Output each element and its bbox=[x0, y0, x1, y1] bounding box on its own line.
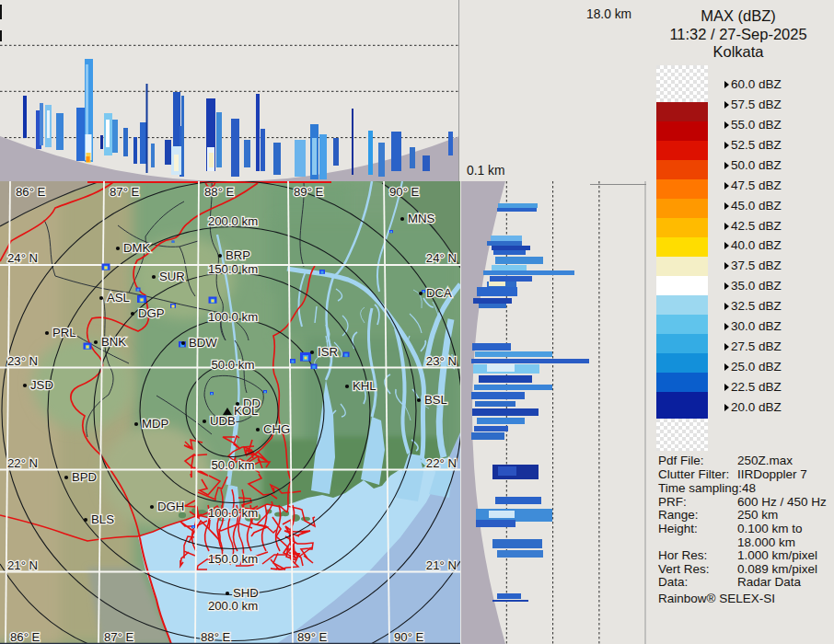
svg-text:UDB: UDB bbox=[210, 414, 236, 428]
svg-text:22° N: 22° N bbox=[426, 456, 457, 470]
svg-text:88° E: 88° E bbox=[204, 185, 235, 199]
svg-text:87° E: 87° E bbox=[110, 185, 140, 199]
svg-text:21° N: 21° N bbox=[426, 558, 457, 572]
svg-text:150.0 km: 150.0 km bbox=[208, 262, 258, 276]
svg-text:200.0 km: 200.0 km bbox=[208, 599, 258, 613]
svg-text:24° N: 24° N bbox=[7, 251, 38, 265]
svg-text:100.0 km: 100.0 km bbox=[208, 310, 258, 324]
svg-text:86° E: 86° E bbox=[10, 630, 41, 644]
svg-text:87° E: 87° E bbox=[104, 630, 134, 644]
svg-text:KHL: KHL bbox=[353, 379, 376, 393]
svg-text:BLS: BLS bbox=[91, 512, 114, 526]
svg-text:90° E: 90° E bbox=[389, 185, 420, 199]
svg-text:ASL: ASL bbox=[107, 291, 130, 305]
svg-text:MNS: MNS bbox=[408, 212, 435, 225]
svg-text:DGH: DGH bbox=[157, 500, 184, 513]
svg-text:CHG: CHG bbox=[263, 422, 290, 436]
svg-text:DGP: DGP bbox=[138, 306, 165, 320]
svg-text:89° E: 89° E bbox=[297, 630, 328, 644]
svg-text:23° N: 23° N bbox=[7, 354, 38, 368]
svg-text:200.0 km: 200.0 km bbox=[208, 214, 258, 228]
svg-text:KOL: KOL bbox=[234, 404, 258, 418]
svg-text:50.0 km: 50.0 km bbox=[212, 358, 255, 372]
svg-text:86° E: 86° E bbox=[16, 185, 46, 199]
svg-text:SUR: SUR bbox=[159, 270, 185, 283]
svg-text:90° E: 90° E bbox=[394, 630, 424, 644]
svg-text:BDW: BDW bbox=[189, 336, 217, 350]
svg-text:150.0 km: 150.0 km bbox=[208, 552, 258, 566]
svg-text:SHD: SHD bbox=[233, 586, 259, 600]
svg-text:JSD: JSD bbox=[30, 378, 53, 392]
svg-text:DMK: DMK bbox=[123, 241, 151, 255]
svg-text:BSL: BSL bbox=[424, 393, 447, 407]
svg-text:24° N: 24° N bbox=[426, 251, 457, 265]
svg-text:DCA: DCA bbox=[426, 286, 452, 300]
svg-text:88° E: 88° E bbox=[201, 630, 231, 644]
svg-text:MDP: MDP bbox=[142, 417, 169, 431]
svg-text:BPD: BPD bbox=[72, 470, 97, 484]
svg-text:BNK: BNK bbox=[101, 335, 126, 349]
svg-text:22° N: 22° N bbox=[7, 456, 38, 470]
svg-text:100.0 km: 100.0 km bbox=[208, 506, 258, 520]
svg-text:21° N: 21° N bbox=[7, 558, 38, 572]
svg-text:50.0 km: 50.0 km bbox=[212, 458, 255, 472]
svg-text:23° N: 23° N bbox=[426, 354, 457, 368]
svg-text:PRL: PRL bbox=[52, 326, 76, 339]
svg-text:BRP: BRP bbox=[226, 248, 250, 262]
svg-text:89° E: 89° E bbox=[294, 185, 324, 199]
svg-text:ISR: ISR bbox=[318, 345, 338, 359]
